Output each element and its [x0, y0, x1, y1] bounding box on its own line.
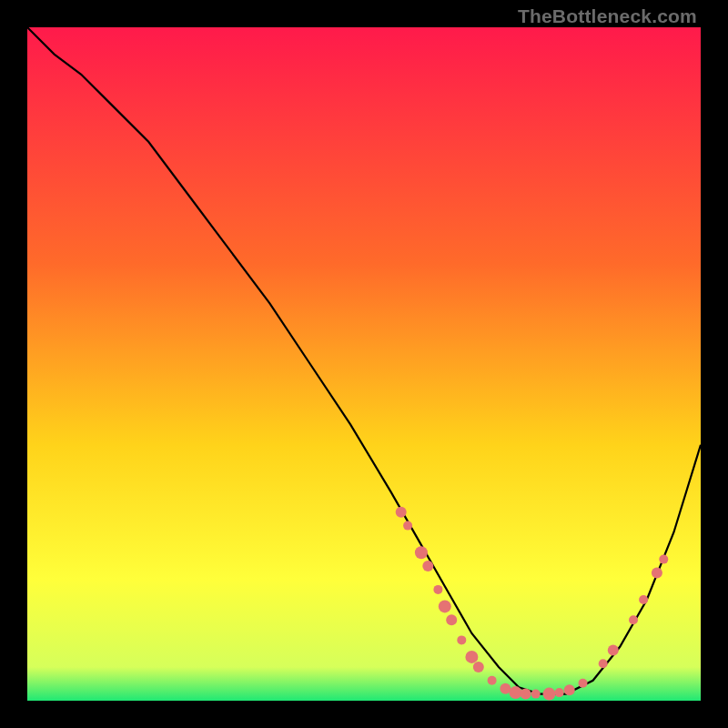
marker-dot	[579, 679, 588, 688]
gradient-background	[27, 27, 701, 701]
marker-dot	[639, 595, 648, 604]
marker-dot	[608, 645, 619, 656]
marker-dot	[521, 689, 531, 700]
marker-dot	[396, 507, 407, 518]
marker-dot	[403, 521, 412, 531]
marker-dot	[446, 614, 457, 625]
marker-dot	[629, 615, 638, 624]
marker-dot	[415, 546, 428, 559]
marker-dot	[652, 567, 662, 578]
marker-dot	[433, 585, 442, 594]
marker-dot	[531, 690, 541, 699]
marker-dot	[457, 635, 466, 644]
marker-dot	[659, 555, 668, 564]
bottleneck-chart	[27, 27, 701, 701]
marker-dot	[439, 600, 451, 612]
marker-dot	[555, 688, 564, 697]
marker-dot	[473, 662, 484, 672]
marker-dot	[465, 651, 478, 663]
marker-dot	[599, 659, 608, 668]
marker-dot	[422, 561, 433, 571]
watermark-text: TheBottleneck.com	[518, 5, 697, 27]
marker-dot	[488, 676, 497, 685]
marker-dot	[564, 684, 575, 695]
marker-dot	[510, 686, 522, 699]
marker-dot	[543, 688, 556, 701]
